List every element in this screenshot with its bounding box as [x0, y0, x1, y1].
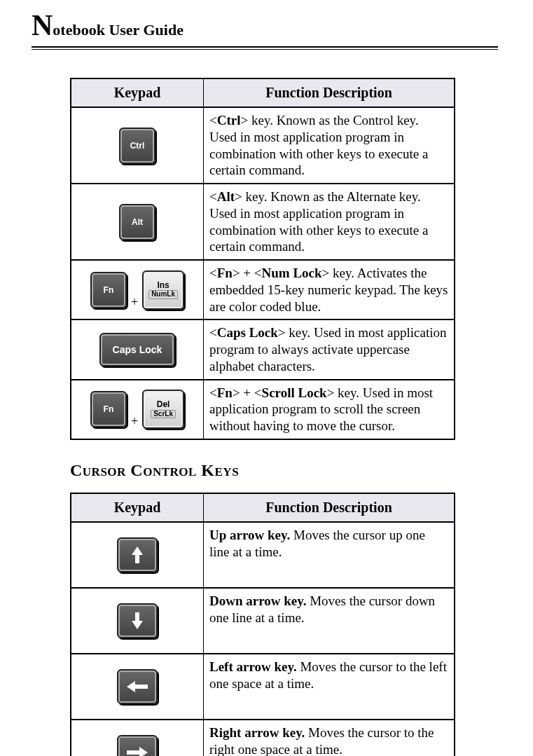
- right-arrow-key-icon: [117, 735, 158, 756]
- left-arrow-key-icon: [117, 669, 158, 704]
- alt-key-icon: Alt: [119, 204, 155, 240]
- ctrl-key-icon: Ctrl: [119, 128, 155, 164]
- fn-key-icon: Fn: [90, 391, 127, 427]
- fn-key-icon: Fn: [90, 272, 127, 308]
- alt-description: <Alt> key. Known as the Alternate key. U…: [204, 184, 455, 260]
- lock-keys-table: Keypad Function Description Ctrl <Ctrl> …: [70, 78, 455, 440]
- down-arrow-key-icon: [117, 603, 158, 638]
- scrolllock-description: <Fn> + <Scroll Lock> key. Used in most a…: [204, 380, 455, 439]
- cursor-keys-table: Keypad Function Description Up arrow key…: [70, 493, 455, 756]
- table-header-desc: Function Description: [204, 78, 455, 107]
- table-row: Fn + InsNumLk <Fn> + <Num Lock> key. Act…: [71, 260, 455, 319]
- table-header-keypad: Keypad: [71, 78, 204, 107]
- capslock-key-icon: Caps Lock: [99, 333, 175, 366]
- ctrl-description: <Ctrl> key. Known as the Control key. Us…: [204, 107, 455, 184]
- del-scrlk-key-icon: DelScrLk: [142, 390, 184, 429]
- capslock-description: <Caps Lock> key. Used in most applicatio…: [204, 319, 455, 379]
- table-row: Left arrow key. Moves the cursor to the …: [71, 654, 455, 720]
- table-header-keypad: Keypad: [71, 493, 204, 522]
- up-arrow-key-icon: [117, 537, 158, 572]
- left-arrow-description: Left arrow key. Moves the cursor to the …: [204, 654, 455, 720]
- table-row: Alt <Alt> key. Known as the Alternate ke…: [71, 184, 455, 260]
- table-header-desc: Function Description: [204, 493, 455, 522]
- plus-icon: +: [131, 414, 138, 429]
- down-arrow-description: Down arrow key. Moves the cursor down on…: [204, 588, 455, 654]
- section-heading: Cursor Control Keys: [70, 461, 498, 480]
- header-rule: [32, 46, 498, 50]
- up-arrow-description: Up arrow key. Moves the cursor up one li…: [204, 522, 455, 588]
- table-row: Fn + DelScrLk <Fn> + <Scroll Lock> key. …: [71, 380, 455, 439]
- right-arrow-description: Right arrow key. Moves the cursor to the…: [204, 720, 455, 756]
- page-title: NNotebook User Guideotebook User Guide: [32, 14, 498, 43]
- table-row: Caps Lock <Caps Lock> key. Used in most …: [71, 319, 455, 379]
- table-row: Ctrl <Ctrl> key. Known as the Control ke…: [71, 107, 455, 184]
- table-row: Down arrow key. Moves the cursor down on…: [71, 588, 455, 654]
- plus-icon: +: [131, 295, 138, 310]
- numlock-description: <Fn> + <Num Lock> key. Activates the emb…: [204, 260, 455, 319]
- table-row: Up arrow key. Moves the cursor up one li…: [71, 522, 455, 588]
- table-row: Right arrow key. Moves the cursor to the…: [71, 720, 455, 756]
- ins-numlk-key-icon: InsNumLk: [142, 270, 184, 310]
